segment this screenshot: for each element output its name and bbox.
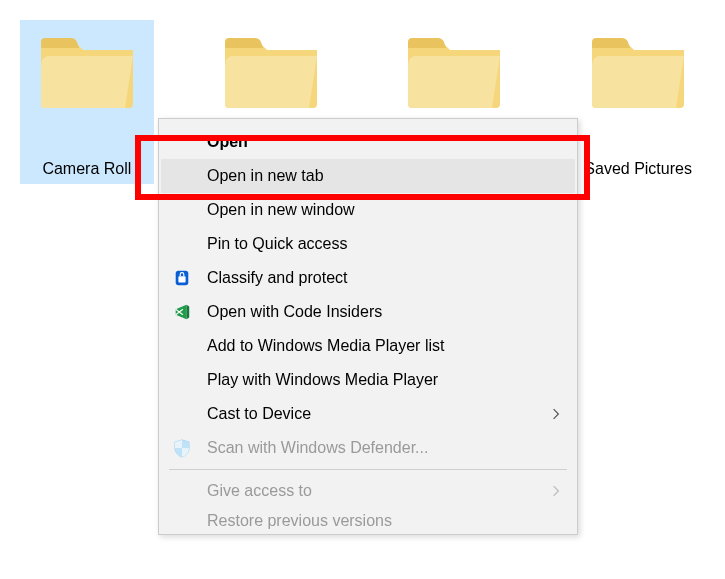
menu-item-pin-to-quick-access[interactable]: Pin to Quick access (161, 227, 575, 261)
menu-separator (169, 469, 567, 470)
menu-item-add-to-wmp-list[interactable]: Add to Windows Media Player list (161, 329, 575, 363)
menu-label: Open in new window (207, 201, 561, 219)
menu-item-open[interactable]: Open (161, 125, 575, 159)
menu-label: Open (207, 133, 561, 151)
chevron-right-icon (551, 406, 561, 422)
menu-label: Open with Code Insiders (207, 303, 561, 321)
menu-item-open-with-code-insiders[interactable]: Open with Code Insiders (161, 295, 575, 329)
menu-label: Give access to (207, 482, 551, 500)
menu-item-open-in-new-tab[interactable]: Open in new tab (161, 159, 575, 193)
svg-rect-1 (178, 276, 185, 282)
folder-icon (221, 30, 321, 110)
menu-label: Scan with Windows Defender... (207, 439, 561, 457)
folder-icon (404, 30, 504, 110)
menu-label: Pin to Quick access (207, 235, 561, 253)
folder-icon (37, 30, 137, 110)
menu-item-restore-previous-versions[interactable]: Restore previous versions (161, 508, 575, 532)
menu-item-cast-to-device[interactable]: Cast to Device (161, 397, 575, 431)
menu-label: Add to Windows Media Player list (207, 337, 561, 355)
menu-label: Restore previous versions (207, 512, 561, 530)
menu-item-open-in-new-window[interactable]: Open in new window (161, 193, 575, 227)
menu-item-scan-with-defender[interactable]: Scan with Windows Defender... (161, 431, 575, 465)
folder-label: Camera Roll (42, 160, 131, 178)
menu-label: Cast to Device (207, 405, 551, 423)
menu-item-play-with-wmp[interactable]: Play with Windows Media Player (161, 363, 575, 397)
menu-item-classify-and-protect[interactable]: Classify and protect (161, 261, 575, 295)
menu-label: Play with Windows Media Player (207, 371, 561, 389)
menu-label: Open in new tab (207, 167, 561, 185)
context-menu: Open Open in new tab Open in new window … (158, 118, 578, 535)
folder-item-saved-pictures[interactable]: Saved Pictures (571, 20, 705, 184)
lock-icon (171, 267, 193, 289)
folder-icon (588, 30, 688, 110)
menu-item-give-access-to[interactable]: Give access to (161, 474, 575, 508)
folder-label: Saved Pictures (584, 160, 692, 178)
chevron-right-icon (551, 483, 561, 499)
folder-item-camera-roll[interactable]: Camera Roll (20, 20, 154, 184)
menu-label: Classify and protect (207, 269, 561, 287)
shield-icon (171, 437, 193, 459)
vscode-icon (171, 301, 193, 323)
